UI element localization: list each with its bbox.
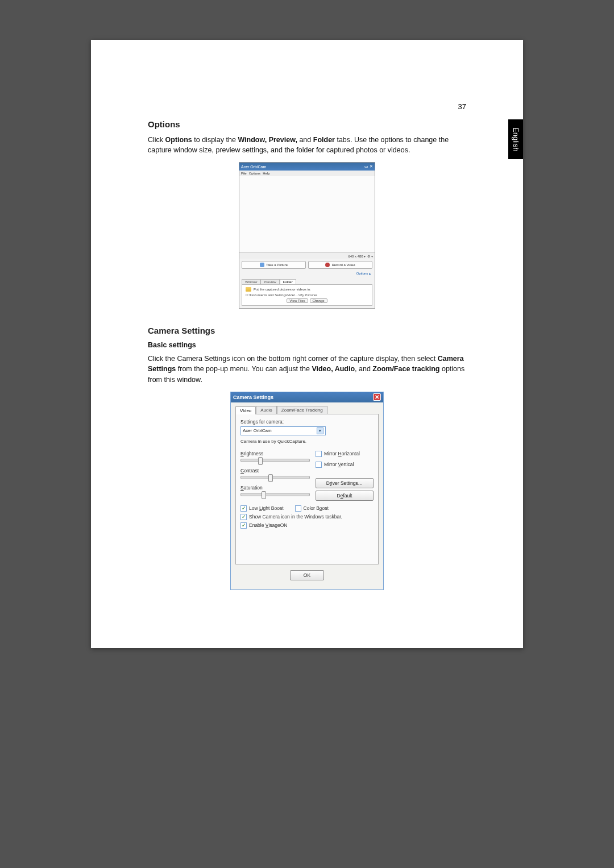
camera-settings-heading: Camera Settings: [148, 326, 466, 335]
language-tab: English: [508, 119, 523, 159]
basic-settings-subheading: Basic settings: [148, 341, 466, 349]
camera-select[interactable]: Acer OrbiCam ▾: [240, 426, 326, 435]
camera-preview-area: [239, 176, 375, 253]
controls-panel: Take a Picture Record a Video Options ▴ …: [239, 259, 375, 308]
checkbox-icon: ✓: [240, 514, 247, 520]
camera-settings-paragraph: Click the Camera Settings icon on the bo…: [148, 354, 466, 384]
video-tab-panel: Settings for camera: Acer OrbiCam ▾ Came…: [235, 414, 379, 564]
record-icon: [325, 263, 330, 267]
record-video-button[interactable]: Record a Video: [308, 261, 372, 269]
tab-zoom-face-tracking[interactable]: Zoom/Face Tracking: [277, 406, 327, 414]
tab-preview[interactable]: Preview: [260, 279, 279, 284]
low-light-boost-checkbox[interactable]: ✓ Low Light Boost: [240, 505, 284, 512]
settings-tabs: Video Audio Zoom/Face Tracking: [235, 406, 379, 414]
brightness-slider-group: Brightness: [240, 451, 310, 462]
settings-icon[interactable]: ⚙ ▾: [367, 254, 373, 258]
checkbox-icon: [295, 505, 301, 512]
document-page: 37 English Options Click Options to disp…: [91, 40, 523, 648]
slider-thumb[interactable]: [262, 491, 266, 499]
options-tabs: Window Preview Folder: [242, 279, 372, 284]
saturation-slider[interactable]: [240, 493, 310, 496]
view-files-button[interactable]: View Files: [287, 298, 308, 303]
window-title: Acer OrbiCam: [241, 165, 266, 169]
camera-icon: [260, 263, 264, 267]
brightness-slider[interactable]: [240, 459, 310, 462]
dialog-titlebar: Camera Settings ✕: [231, 392, 383, 402]
default-button[interactable]: Default: [316, 491, 374, 501]
slider-thumb[interactable]: [258, 457, 263, 465]
options-heading: Options: [148, 119, 466, 129]
tab-folder[interactable]: Folder: [280, 279, 296, 284]
menu-options[interactable]: Options: [249, 172, 261, 175]
slider-thumb[interactable]: [268, 474, 273, 482]
show-camera-icon-checkbox[interactable]: ✓ Show Camera icon in the Windows taskba…: [240, 514, 374, 520]
dialog-title: Camera Settings: [233, 394, 273, 400]
menubar: File Options Help: [239, 171, 375, 176]
brightness-label: Brightness: [240, 451, 310, 456]
tab-audio[interactable]: Audio: [256, 406, 276, 414]
page-number: 37: [458, 102, 466, 111]
settings-for-camera-label: Settings for camera:: [240, 419, 374, 425]
camera-settings-dialog-screenshot: Camera Settings ✕ Video Audio Zoom/Face …: [230, 392, 384, 590]
mirror-horizontal-checkbox[interactable]: Mirror Horizontal: [316, 451, 374, 457]
ok-button[interactable]: OK: [290, 570, 324, 580]
folder-path: C:\Documents and Settings\Acer…\My Pictu…: [246, 293, 368, 297]
change-folder-button[interactable]: Change: [310, 298, 327, 303]
checkbox-icon: ✓: [240, 522, 247, 529]
camera-in-use-status: Camera in use by QuickCapture.: [240, 439, 374, 444]
menu-file[interactable]: File: [241, 172, 247, 175]
saturation-label: Saturation: [240, 485, 310, 491]
status-bar: 640 x 480 ▾ ⚙ ▾: [239, 253, 375, 259]
color-boost-checkbox[interactable]: Color Boost: [295, 505, 329, 512]
folder-tab-panel: Put the captured pictures or videos in: …: [242, 284, 372, 306]
close-icon[interactable]: ✕: [373, 393, 381, 401]
folder-icon: [246, 287, 251, 292]
tab-window[interactable]: Window: [242, 279, 260, 284]
contrast-slider-group: Contrast: [240, 468, 310, 479]
enable-visageon-checkbox[interactable]: ✓ Enable VisageON: [240, 522, 374, 529]
checkbox-icon: ✓: [240, 505, 247, 512]
checkbox-icon: [316, 451, 322, 457]
checkbox-icon: [316, 462, 322, 468]
driver-settings-button[interactable]: Driver Settings…: [316, 478, 374, 488]
window-controls-icon: ▭ ✕: [364, 164, 373, 169]
mirror-vertical-checkbox[interactable]: Mirror Vertical: [316, 462, 374, 468]
window-titlebar: Acer OrbiCam ▭ ✕: [239, 163, 375, 171]
orbicam-window-screenshot: Acer OrbiCam ▭ ✕ File Options Help 640 x…: [239, 162, 375, 309]
contrast-label: Contrast: [240, 468, 310, 474]
chevron-down-icon: ▾: [317, 427, 323, 434]
contrast-slider[interactable]: [240, 476, 310, 479]
options-toggle-link[interactable]: Options ▴: [242, 271, 372, 277]
take-picture-button[interactable]: Take a Picture: [242, 261, 306, 269]
saturation-slider-group: Saturation: [240, 485, 310, 496]
folder-label: Put the captured pictures or videos in:: [254, 288, 311, 291]
camera-select-value: Acer OrbiCam: [243, 428, 272, 433]
options-paragraph: Click Options to display the Window, Pre…: [148, 135, 466, 155]
resolution-indicator[interactable]: 640 x 480 ▾: [348, 254, 366, 258]
tab-video[interactable]: Video: [235, 406, 256, 414]
menu-help[interactable]: Help: [263, 172, 269, 175]
